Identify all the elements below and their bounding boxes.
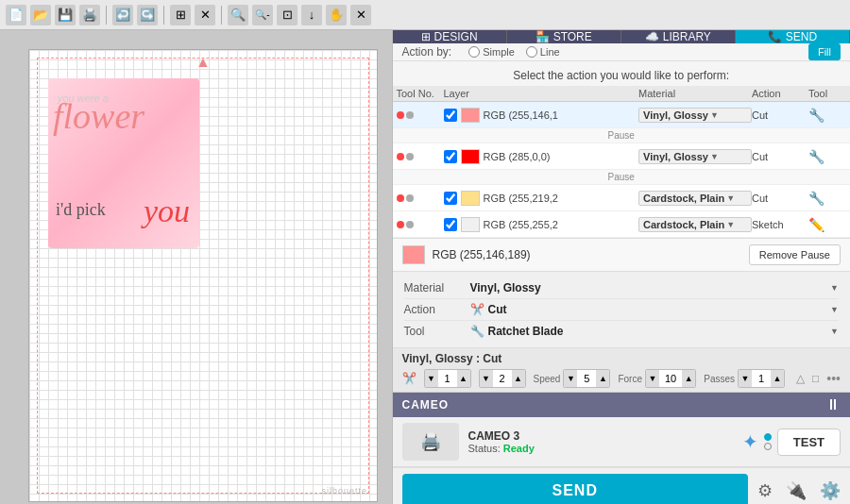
design-you-text: you <box>144 193 190 229</box>
action-radio-group: Simple Line <box>468 46 559 58</box>
print-icon[interactable]: 🖨️ <box>79 5 100 25</box>
row2-material-chevron: ▼ <box>710 152 719 161</box>
nav-arrows-icon[interactable]: ✦ <box>742 430 758 453</box>
pan-icon[interactable]: ✋ <box>326 5 347 25</box>
row4-layer: RGB (255,255,2 <box>444 217 639 232</box>
signal-dots <box>764 433 772 450</box>
dot-red-3 <box>397 194 404 202</box>
blade-icon: 🔧 <box>470 325 484 338</box>
save-icon[interactable]: 💾 <box>55 5 76 25</box>
fit-icon[interactable]: ⊡ <box>277 5 298 25</box>
action-row: Action ✂️ Cut ▼ <box>404 299 840 321</box>
row2-layer: RGB (285,0,0) <box>444 149 639 164</box>
row4-checkbox[interactable] <box>444 218 457 231</box>
blade2-val: 2 <box>493 373 512 384</box>
settings-icon[interactable]: ⚙️ <box>820 480 841 501</box>
bluetooth-icon[interactable]: ⚙ <box>757 480 773 501</box>
open-icon[interactable]: 📂 <box>30 5 51 25</box>
speed-down[interactable]: ▼ <box>564 369 577 388</box>
row3-material-label: Cardstock, Plain <box>643 193 724 204</box>
send-button[interactable]: SEND <box>402 474 749 504</box>
delete-icon[interactable]: ✕ <box>350 5 371 25</box>
more-icon[interactable]: ••• <box>826 371 841 386</box>
material-label: Material <box>404 281 470 294</box>
row4-material-label: Cardstock, Plain <box>643 219 724 230</box>
undo-icon[interactable]: ↩️ <box>112 5 133 25</box>
bottom-icons: ⚙ 🔌 ⚙️ <box>757 480 841 501</box>
tool-label: Tool <box>404 325 470 338</box>
table-row[interactable]: RGB (255,255,2 Cardstock, Plain ▼ Sketch… <box>393 211 851 238</box>
scroll-icon[interactable]: ↓ <box>301 5 322 25</box>
tool-row: Tool 🔧 Ratchet Blade ▼ <box>404 321 840 342</box>
row4-material[interactable]: Cardstock, Plain ▼ <box>638 217 752 232</box>
row1-material[interactable]: Vinyl, Glossy ▼ <box>638 108 752 123</box>
radio-line[interactable]: Line <box>526 46 560 58</box>
layer-table: Tool No. Layer Material Action Tool RGB … <box>393 86 851 239</box>
row2-checkbox[interactable] <box>444 150 457 163</box>
tab-store[interactable]: 🏪 STORE <box>507 30 621 43</box>
redo-icon[interactable]: ↪️ <box>137 5 158 25</box>
radio-simple[interactable]: Simple <box>468 46 515 58</box>
passes-group: Passes ▼ 1 ▲ <box>704 369 785 388</box>
passes-label: Passes <box>704 374 735 384</box>
material-dropdown[interactable]: ▼ <box>830 283 839 293</box>
row4-swatch <box>461 217 480 232</box>
row2-action: Cut <box>752 151 808 162</box>
tab-design[interactable]: ⊞ DESIGN <box>393 30 507 43</box>
blade-stepper-1[interactable]: ▼ 1 ▲ <box>424 369 471 388</box>
row1-material-label: Vinyl, Glossy <box>643 109 708 121</box>
row1-checkbox[interactable] <box>444 109 457 122</box>
passes-up[interactable]: ▲ <box>771 369 784 388</box>
blade-stepper-2[interactable]: ▼ 2 ▲ <box>479 369 526 388</box>
cut-settings: Vinyl, Glossy : Cut ✂️ ▼ 1 ▲ ▼ 2 ▲ Speed… <box>393 348 851 393</box>
zoom-out-icon[interactable]: 🔍- <box>252 5 273 25</box>
usb-icon[interactable]: 🔌 <box>786 480 807 501</box>
force-down[interactable]: ▼ <box>646 369 659 388</box>
dot-gray-3 <box>406 194 414 202</box>
row2-color-label: RGB (285,0,0) <box>484 151 551 162</box>
speed-stepper[interactable]: ▼ 5 ▲ <box>563 369 610 388</box>
send-tab-label: SEND <box>786 30 817 43</box>
remove-pause-button[interactable]: Remove Pause <box>749 244 841 265</box>
table-row[interactable]: RGB (255,219,2 Cardstock, Plain ▼ Cut 🔧 <box>393 185 851 211</box>
main-area: ▲ you were a flower i'd pick you silhoue… <box>0 30 850 504</box>
design-tab-icon: ⊞ <box>421 30 431 43</box>
force-stepper[interactable]: ▼ 10 ▲ <box>645 369 696 388</box>
separator-1 <box>106 6 107 25</box>
silhouette-watermark: silhouette <box>321 486 367 496</box>
canvas-area[interactable]: ▲ you were a flower i'd pick you silhoue… <box>28 49 378 502</box>
table-row[interactable]: RGB (255,146,1 Vinyl, Glossy ▼ Cut 🔧 <box>393 102 851 128</box>
tab-library[interactable]: ☁️ LIBRARY <box>621 30 736 43</box>
blade2-down[interactable]: ▼ <box>480 369 493 388</box>
material-row: Material Vinyl, Glossy ▼ <box>404 277 840 299</box>
device-info: CAMEO 3 Status: Ready <box>468 429 733 454</box>
new-file-icon[interactable]: 📄 <box>6 5 26 25</box>
tool-dropdown[interactable]: ▼ <box>830 327 839 336</box>
close-icon[interactable]: ✕ <box>195 5 215 25</box>
blade2-up[interactable]: ▲ <box>512 369 525 388</box>
fill-button[interactable]: Fill <box>808 43 841 60</box>
row2-material[interactable]: Vinyl, Glossy ▼ <box>638 149 752 164</box>
tab-send[interactable]: 📞 SEND <box>736 30 850 43</box>
action-dropdown[interactable]: ▼ <box>830 305 839 314</box>
row2-material-label: Vinyl, Glossy <box>643 151 708 162</box>
row3-checkbox[interactable] <box>444 192 457 205</box>
passes-stepper[interactable]: ▼ 1 ▲ <box>738 369 785 388</box>
force-up[interactable]: ▲ <box>682 369 695 388</box>
passes-down[interactable]: ▼ <box>739 369 752 388</box>
blade1-val: 1 <box>438 373 457 384</box>
blade1-up[interactable]: ▲ <box>457 369 470 388</box>
speed-up[interactable]: ▲ <box>596 369 609 388</box>
zoom-in-icon[interactable]: 🔍 <box>228 5 248 25</box>
row3-material[interactable]: Cardstock, Plain ▼ <box>638 191 752 206</box>
table-row[interactable]: RGB (285,0,0) Vinyl, Glossy ▼ Cut 🔧 <box>393 143 851 170</box>
row3-layer: RGB (255,219,2 <box>444 191 639 206</box>
grid-icon[interactable]: ⊞ <box>170 5 191 25</box>
action-by-label: Action by: <box>402 45 452 59</box>
cameo-pause-icon[interactable]: ⏸ <box>825 396 841 413</box>
test-button[interactable]: TEST <box>777 428 841 456</box>
detail-rows: Material Vinyl, Glossy ▼ Action ✂️ Cut ▼… <box>393 272 851 348</box>
force-label: Force <box>618 374 642 384</box>
blade1-down[interactable]: ▼ <box>425 369 438 388</box>
device-icon: 🖨️ <box>402 423 459 461</box>
